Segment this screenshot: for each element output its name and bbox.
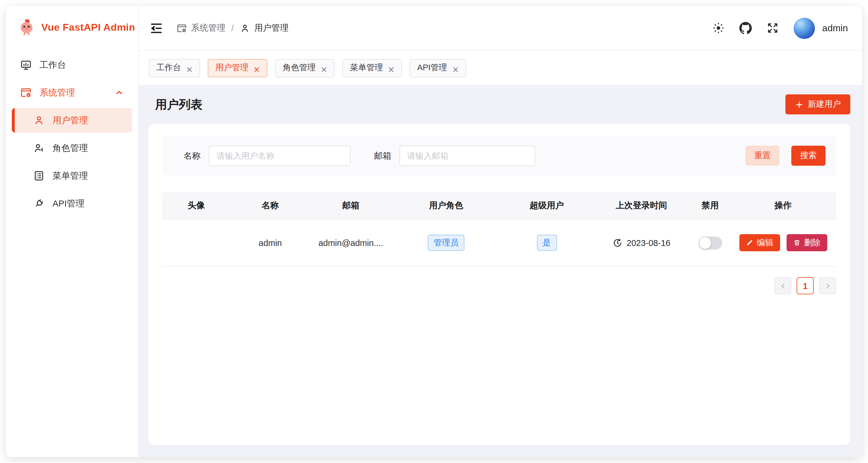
new-user-button[interactable]: 新建用户 [785,94,850,114]
breadcrumb-system[interactable]: 系统管理 [177,23,225,34]
table-row: admin admin@admin.... 管理员 是 [162,220,836,267]
sidebar-item-system[interactable]: 系统管理 [12,80,132,105]
tab-label: 用户管理 [215,63,248,73]
column-header-actions: 操作 [730,200,836,211]
email-filter-label: 邮箱 [374,150,391,161]
sidebar-item-label: 菜单管理 [53,170,88,181]
page-title: 用户列表 [155,96,203,112]
sidebar-item-workbench[interactable]: 工作台 [12,53,132,77]
fullscreen-icon[interactable] [767,22,779,34]
superuser-tag: 是 [537,235,557,251]
page-tabs: 工作台 用户管理 角色管理 菜单管理 [139,51,862,85]
content-area: 用户列表 新建用户 名称 邮箱 重置 [139,85,862,457]
tab-api-mgmt[interactable]: API管理 [409,59,466,77]
sidebar-item-role-mgmt[interactable]: 角色管理 [12,136,132,160]
logo[interactable]: Vue FastAPI Admin [6,6,138,49]
sidebar-item-label: 角色管理 [53,142,88,154]
column-header-email: 邮箱 [310,200,391,211]
close-icon[interactable] [186,65,192,71]
toggle-knob [699,237,711,249]
close-icon[interactable] [388,65,394,71]
user-table: 头像 名称 邮箱 用户角色 超级用户 上次登录时间 禁用 操作 admin ad… [162,192,836,267]
theme-toggle-sun-icon[interactable] [713,22,725,34]
breadcrumb-label: 系统管理 [191,23,225,34]
chevron-left-icon [779,282,787,290]
superuser-cell: 是 [501,235,592,251]
main-area: 系统管理 / 用户管理 [139,6,862,457]
edit-button-label: 编辑 [757,237,773,248]
trash-icon [793,239,800,246]
chevron-up-icon [115,88,124,97]
page-number-1[interactable]: 1 [797,277,814,294]
close-icon[interactable] [321,65,327,71]
role-cell: 管理员 [391,235,501,251]
avatar [794,18,815,39]
last-login-cell: 2023-08-16 [592,238,690,248]
column-header-last-login: 上次登录时间 [592,200,690,211]
workbench-icon [20,59,32,71]
sidebar-item-menu-mgmt[interactable]: 菜单管理 [12,163,132,188]
breadcrumb-user-mgmt[interactable]: 用户管理 [240,23,288,34]
collapse-sidebar-icon[interactable] [149,21,163,35]
user-menu[interactable]: admin [794,18,848,39]
sidebar-menu: 工作台 系统管理 [6,53,138,216]
reset-button[interactable]: 重置 [745,146,779,166]
tab-label: API管理 [417,63,447,73]
table-header-row: 头像 名称 邮箱 用户角色 超级用户 上次登录时间 禁用 操作 [162,192,836,220]
delete-button[interactable]: 删除 [786,234,827,251]
app-title: Vue FastAPI Admin [41,22,135,34]
sidebar-item-label: 系统管理 [39,87,75,98]
sidebar: Vue FastAPI Admin 工作台 [6,6,139,457]
role-tag[interactable]: 管理员 [428,235,464,251]
title-row: 用户列表 新建用户 [148,92,850,117]
sidebar-item-user-mgmt[interactable]: 用户管理 [12,108,132,133]
email-cell: admin@admin.... [310,238,391,247]
pagination: 1 [162,277,836,294]
email-filter-input[interactable] [400,146,535,166]
last-login-value: 2023-08-16 [627,238,670,247]
sidebar-item-label: 用户管理 [53,115,88,126]
next-page-button[interactable] [819,277,836,294]
new-user-button-label: 新建用户 [808,99,841,110]
search-button[interactable]: 搜索 [791,146,826,166]
column-header-superuser: 超级用户 [501,200,592,211]
plus-icon [795,100,804,109]
close-icon[interactable] [254,65,260,71]
tab-label: 角色管理 [283,63,316,73]
reset-button-label: 重置 [754,151,771,161]
tab-user-mgmt[interactable]: 用户管理 [208,59,267,77]
close-icon[interactable] [452,65,458,71]
search-button-label: 搜索 [800,151,817,161]
sidebar-item-label: 工作台 [39,59,66,70]
edit-button[interactable]: 编辑 [739,234,780,251]
prev-page-button[interactable] [774,277,791,294]
filter-bar: 名称 邮箱 重置 搜索 [162,136,836,176]
tab-label: 菜单管理 [350,63,383,73]
tab-menu-mgmt[interactable]: 菜单管理 [342,59,402,77]
breadcrumb-separator: / [231,23,234,33]
breadcrumb-label: 用户管理 [254,23,288,34]
sidebar-item-api-mgmt[interactable]: API管理 [12,191,132,216]
actions-cell: 编辑 删除 [730,234,836,251]
role-icon [33,142,45,154]
name-filter-input[interactable] [209,146,350,166]
header: 系统管理 / 用户管理 [139,6,862,51]
menu-list-icon [33,170,45,181]
app-window: Vue FastAPI Admin 工作台 [6,6,862,457]
disabled-cell [690,236,730,249]
column-header-disabled: 禁用 [690,200,730,211]
breadcrumb: 系统管理 / 用户管理 [177,23,288,34]
user-icon [33,114,45,126]
sidebar-item-label: API管理 [53,198,84,209]
disable-toggle[interactable] [699,236,722,249]
clock-history-icon [613,238,623,248]
system-settings-icon [20,87,32,99]
name-cell: admin [230,238,310,247]
filter-actions: 重置 搜索 [745,146,826,166]
column-header-role: 用户角色 [391,200,501,211]
delete-button-label: 删除 [804,237,820,248]
username: admin [822,23,848,33]
github-icon[interactable] [740,22,752,34]
tab-role-mgmt[interactable]: 角色管理 [275,59,335,77]
tab-workbench[interactable]: 工作台 [149,59,200,77]
